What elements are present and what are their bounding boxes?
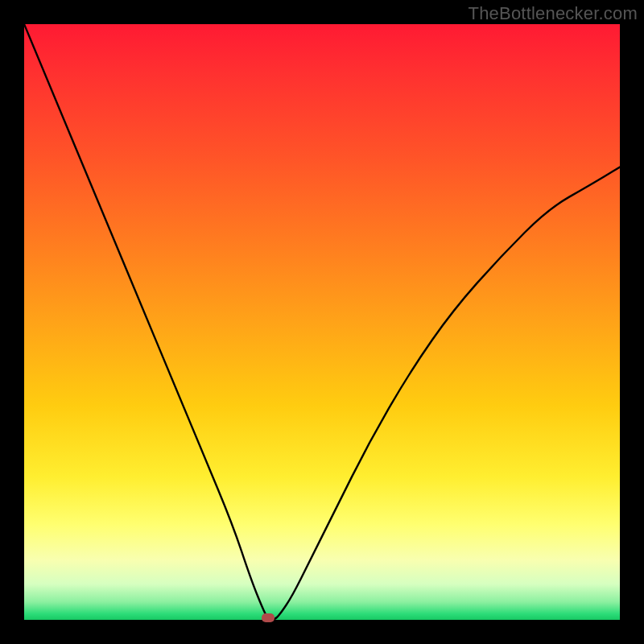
bottleneck-curve <box>24 24 620 620</box>
plot-area <box>24 24 620 620</box>
chart-frame: TheBottlenecker.com <box>0 0 644 644</box>
brand-watermark: TheBottlenecker.com <box>469 3 638 24</box>
optimal-marker <box>262 613 275 622</box>
